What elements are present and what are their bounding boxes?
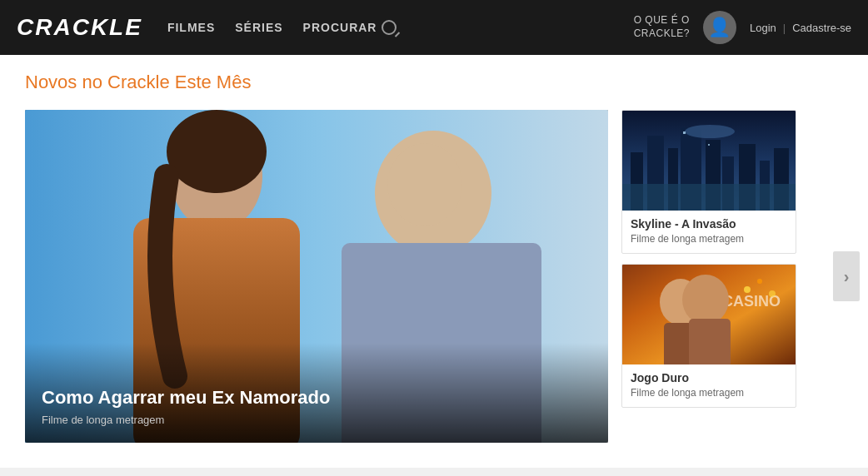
side-card-skyline[interactable]: Skyline - A Invasão Filme de longa metra… bbox=[621, 110, 796, 254]
avatar[interactable]: 👤 bbox=[703, 11, 736, 44]
search-label: PROCURAR bbox=[303, 21, 377, 34]
logo[interactable]: CRACKLE bbox=[17, 14, 142, 41]
jogo-image: CASINO bbox=[622, 265, 796, 364]
search-area[interactable]: PROCURAR bbox=[303, 20, 397, 35]
svg-point-24 bbox=[682, 275, 729, 325]
skyline-title: Skyline - A Invasão bbox=[631, 217, 787, 231]
featured-type: Filme de longa metragem bbox=[42, 414, 330, 426]
svg-rect-19 bbox=[683, 131, 686, 134]
search-icon[interactable] bbox=[382, 20, 397, 35]
nav-series[interactable]: SÉRIES bbox=[235, 21, 282, 34]
auth-links: Login | Cadastre-se bbox=[750, 22, 851, 34]
skyline-info: Skyline - A Invasão Filme de longa metra… bbox=[622, 211, 796, 253]
svg-point-6 bbox=[387, 143, 462, 226]
skyline-type: Filme de longa metragem bbox=[631, 233, 787, 245]
side-card-jogo[interactable]: CASINO Jogo Duro Filme de longa me bbox=[621, 264, 796, 408]
jogo-title: Jogo Duro bbox=[631, 371, 787, 384]
skyline-image bbox=[622, 111, 796, 211]
content-row: Como Agarrar meu Ex Namorado Filme de lo… bbox=[25, 110, 843, 443]
featured-card[interactable]: Como Agarrar meu Ex Namorado Filme de lo… bbox=[25, 110, 608, 443]
nav-filmes[interactable]: FILMES bbox=[167, 21, 215, 34]
side-cards: Skyline - A Invasão Filme de longa metra… bbox=[621, 110, 796, 408]
jogo-info: Jogo Duro Filme de longa metragem bbox=[622, 364, 796, 407]
auth-separator: | bbox=[783, 22, 786, 34]
svg-rect-26 bbox=[689, 319, 731, 364]
login-link[interactable]: Login bbox=[750, 22, 776, 34]
right-header: O QUE É O CRACKLE? 👤 Login | Cadastre-se bbox=[634, 11, 851, 44]
svg-point-18 bbox=[685, 125, 735, 138]
svg-point-27 bbox=[744, 286, 751, 293]
featured-title: Como Agarrar meu Ex Namorado bbox=[42, 387, 330, 409]
section-title: Novos no Crackle Este Mês bbox=[25, 72, 843, 93]
main-content: Novos no Crackle Este Mês bbox=[0, 55, 868, 468]
svg-rect-20 bbox=[708, 144, 710, 146]
header: CRACKLE FILMES SÉRIES PROCURAR O QUE É O… bbox=[0, 0, 868, 55]
user-icon: 👤 bbox=[708, 17, 731, 38]
svg-point-3 bbox=[167, 110, 267, 193]
next-arrow[interactable]: › bbox=[833, 251, 860, 301]
svg-point-29 bbox=[769, 290, 776, 297]
jogo-type: Filme de longa metragem bbox=[631, 387, 787, 399]
what-crackle-link[interactable]: O QUE É O CRACKLE? bbox=[634, 14, 690, 40]
svg-point-28 bbox=[757, 279, 762, 284]
logo-area: CRACKLE bbox=[17, 14, 142, 41]
svg-rect-17 bbox=[622, 184, 796, 211]
featured-text: Como Agarrar meu Ex Namorado Filme de lo… bbox=[42, 387, 330, 426]
nav-area: FILMES SÉRIES PROCURAR bbox=[167, 20, 634, 35]
register-link[interactable]: Cadastre-se bbox=[792, 22, 851, 34]
